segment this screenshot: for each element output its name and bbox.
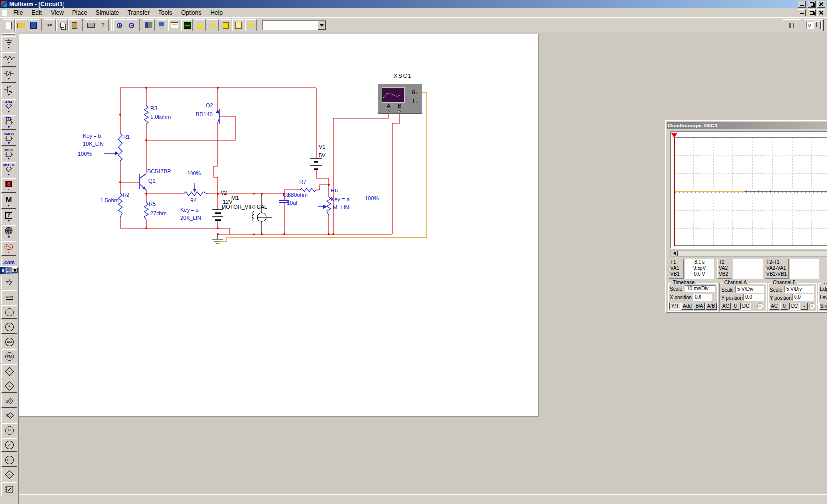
zoom-in-icon[interactable]: [113, 19, 125, 31]
pulse-current-source-icon[interactable]: ⊓: [1, 423, 17, 437]
channel-b-ypos-field[interactable]: 0.0: [792, 294, 814, 301]
channel-b-scale-field[interactable]: 5 V/Div: [784, 286, 814, 293]
channel-a-dc-button[interactable]: DC: [740, 303, 751, 310]
menu-view[interactable]: View: [46, 8, 68, 17]
cmos-family-icon[interactable]: CMOS▼: [1, 131, 16, 146]
help-icon[interactable]: ?: [97, 19, 109, 31]
c3-value[interactable]: 10uF: [287, 200, 299, 206]
database-icon[interactable]: [156, 19, 167, 31]
menu-simulate[interactable]: Simulate: [92, 8, 124, 17]
r3-value[interactable]: 1.0kohm: [150, 114, 171, 120]
r6-name[interactable]: R6: [331, 188, 338, 193]
analysis-icon[interactable]: [194, 19, 206, 31]
vdd-source-icon[interactable]: Vdd: [1, 290, 17, 304]
r1-name[interactable]: R1: [123, 134, 130, 140]
channel-b-radio[interactable]: [809, 303, 815, 309]
cut-icon[interactable]: ✂: [44, 19, 56, 31]
reports-icon[interactable]: [232, 19, 244, 31]
channel-a-ac-button[interactable]: AC: [721, 303, 731, 310]
am-source-icon[interactable]: AM: [1, 335, 17, 348]
print-icon[interactable]: [85, 19, 96, 31]
electromechanical-family-icon[interactable]: ▼: [1, 241, 16, 256]
circuit-sheet[interactable]: A B G T XSC1 Q2 BD140 R3 1.0kohm Key = b…: [19, 34, 539, 417]
r3-name[interactable]: R3: [150, 105, 157, 111]
menu-help[interactable]: Help: [206, 8, 227, 17]
sources-family-icon[interactable]: ▼: [1, 36, 16, 51]
sources-palette-titlebar[interactable]: s (...: [0, 267, 18, 274]
child-close-button[interactable]: [817, 9, 825, 16]
copy-icon[interactable]: [56, 19, 68, 31]
in-use-list-combobox[interactable]: [262, 20, 326, 30]
piecewise-linear-source-icon[interactable]: PL: [1, 453, 17, 467]
ground-source-icon[interactable]: [1, 276, 17, 289]
step-source-icon[interactable]: ⌐: [1, 468, 17, 481]
instruments-icon[interactable]: [168, 19, 180, 31]
channel-b-dc-button[interactable]: DC: [789, 303, 800, 310]
palette-close-icon[interactable]: [12, 267, 18, 273]
new-icon[interactable]: [3, 19, 15, 31]
scope-ground-wire[interactable]: [218, 93, 427, 242]
r6-model[interactable]: M_LIN: [333, 204, 349, 210]
xsc1-label[interactable]: XSC1: [394, 73, 412, 79]
menu-file[interactable]: File: [9, 8, 27, 17]
channel-b-minus-button[interactable]: -: [801, 303, 808, 310]
xsc1-oscilloscope-component[interactable]: A B G T: [378, 84, 422, 114]
r4-model[interactable]: 20K_LIN: [180, 215, 201, 220]
current-controlled-source-icon[interactable]: ▯↕: [1, 409, 17, 422]
rf-family-icon[interactable]: ▼: [1, 225, 16, 240]
ba-button[interactable]: B/A: [694, 303, 705, 310]
open-icon[interactable]: [15, 19, 27, 31]
m1-name[interactable]: M1: [231, 195, 239, 201]
v1-name[interactable]: V1: [319, 144, 325, 150]
misc-digital-family-icon[interactable]: MISC▼: [1, 147, 16, 161]
channel-b-0-button[interactable]: 0: [780, 303, 788, 310]
zoom-out-icon[interactable]: [126, 19, 137, 31]
r4-key[interactable]: Key = a: [180, 207, 199, 213]
controlled-current-source-icon[interactable]: ∿: [1, 379, 17, 393]
menu-place[interactable]: Place: [68, 8, 92, 17]
controlled-function-family-icon[interactable]: f▼: [1, 210, 16, 224]
channel-a-radio[interactable]: [757, 303, 763, 309]
menu-options[interactable]: Options: [177, 8, 206, 17]
oscilloscope-titlebar[interactable]: Oscilloscope-XSC1: [667, 122, 827, 129]
fm-source-icon[interactable]: FM: [1, 349, 17, 363]
minimize-button[interactable]: [798, 1, 806, 8]
transfer-icon[interactable]: [245, 19, 257, 31]
create-component-icon[interactable]: [220, 19, 231, 31]
xsc1-terminal-g[interactable]: [416, 92, 418, 94]
v2-name[interactable]: V2: [221, 190, 227, 196]
add-button[interactable]: Add: [681, 303, 693, 310]
run-simulation-switch[interactable]: 0: [804, 19, 824, 31]
trigger-sing-button[interactable]: Sing.: [819, 303, 827, 310]
menu-transfer[interactable]: Transfer: [124, 8, 154, 17]
mixed-family-icon[interactable]: MIXED▼: [1, 162, 16, 177]
channel-a-0-button[interactable]: 0: [732, 303, 739, 310]
r2-name[interactable]: R2: [123, 192, 129, 198]
xsc1-terminal-b[interactable]: [399, 110, 401, 112]
r7-name[interactable]: R7: [299, 179, 306, 185]
ac-current-source-icon[interactable]: ↟: [1, 320, 17, 334]
channel-b-ac-button[interactable]: AC: [769, 303, 779, 310]
controlled-sine-source-icon[interactable]: ↗: [1, 438, 17, 452]
r1-percent[interactable]: 100%: [78, 151, 92, 157]
dc-current-source-icon[interactable]: ↑: [1, 305, 17, 319]
q2-model[interactable]: BD140: [196, 111, 213, 117]
postprocessor-icon[interactable]: [207, 19, 219, 31]
channel-a-ypos-field[interactable]: 0.0: [743, 294, 764, 301]
misc-family-icon[interactable]: M▼: [1, 194, 16, 209]
scrollbar-left-icon[interactable]: [671, 251, 678, 256]
channel-a-scale-field[interactable]: 5 V/Div: [735, 286, 764, 293]
save-icon[interactable]: [28, 19, 39, 31]
restore-button[interactable]: [808, 1, 816, 8]
ttl-family-icon[interactable]: TTL▼: [1, 115, 16, 130]
menu-tools[interactable]: Tools: [154, 8, 177, 17]
child-minimize-button[interactable]: [798, 9, 806, 16]
r4-name[interactable]: R4: [190, 197, 197, 203]
ab-button[interactable]: A/B: [705, 303, 717, 310]
close-button[interactable]: [817, 1, 825, 8]
paste-icon[interactable]: [68, 19, 80, 31]
child-restore-button[interactable]: [808, 9, 816, 16]
bus-strip-icon[interactable]: [1, 482, 17, 496]
transistors-family-icon[interactable]: ▼: [1, 84, 16, 98]
document-icon[interactable]: [2, 10, 7, 16]
